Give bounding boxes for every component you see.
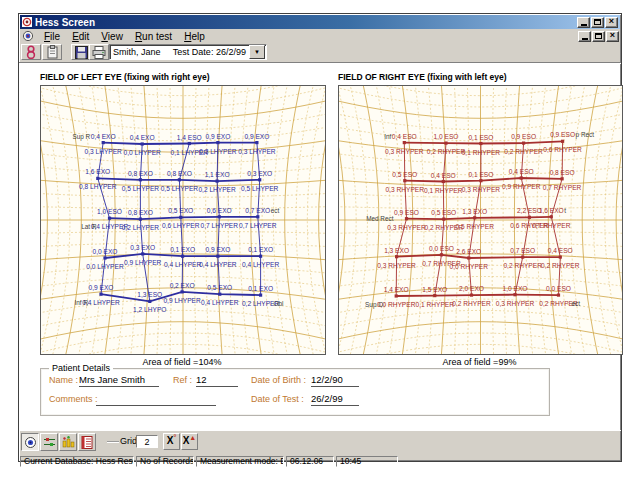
svg-text:0,5 EXO: 0,5 EXO (207, 284, 232, 291)
close-button[interactable]: × (605, 17, 618, 28)
svg-text:0,3 RHYPER: 0,3 RHYPER (385, 148, 424, 155)
svg-text:0,2 LHYPER: 0,2 LHYPER (198, 186, 236, 193)
menu-run-test[interactable]: Run test (129, 31, 178, 42)
svg-text:0,3 LHYPER: 0,3 LHYPER (85, 148, 123, 155)
svg-text:0,7 ESO: 0,7 ESO (510, 247, 535, 254)
svg-text:0,2 RHYPER: 0,2 RHYPER (452, 300, 491, 307)
x-delta-button[interactable]: X▲ (181, 433, 198, 450)
svg-text:0,4 ESO: 0,4 ESO (509, 168, 534, 175)
plotted-field-lines (396, 141, 562, 296)
svg-text:1,3 EXO: 1,3 EXO (384, 247, 409, 254)
patient-details-label: Patient Details (49, 363, 113, 373)
test-select-combo[interactable]: Smith, Jane Test Date: 26/2/99 (00001) ▼ (109, 44, 267, 60)
svg-text:0,3 LHYPER: 0,3 LHYPER (199, 148, 237, 155)
chart-view-button[interactable] (59, 433, 77, 451)
svg-text:0,1 EXO: 0,1 EXO (248, 246, 273, 253)
svg-text:0,4 EXO: 0,4 EXO (130, 134, 155, 141)
svg-text:Sup O: Sup O (365, 301, 383, 309)
svg-text:ect: ect (572, 300, 581, 307)
close-icon: × (609, 17, 614, 26)
svg-text:0,0 ESO: 0,0 ESO (429, 245, 454, 252)
dob-field[interactable]: 12/2/90 (311, 374, 359, 387)
svg-text:0,4 LHYPER: 0,4 LHYPER (199, 261, 237, 268)
grid-frame-line (107, 441, 119, 442)
test-date-field[interactable]: 26/2/99 (311, 393, 359, 406)
main-toolbar: Smith, Jane Test Date: 26/2/99 (00001) ▼ (19, 43, 621, 63)
print-button[interactable] (89, 44, 109, 60)
menu-help[interactable]: Help (178, 31, 211, 42)
hess-grid (41, 86, 325, 354)
name-field[interactable]: Mrs Jane Smith (79, 374, 159, 387)
svg-text:0,4 LHYPER: 0,4 LHYPER (201, 299, 239, 306)
svg-text:0,2 RHYPER: 0,2 RHYPER (541, 262, 580, 269)
status-measurement-mode: Measurement mode: Degrees (196, 456, 284, 467)
dob-label: Date of Birth : (251, 375, 306, 385)
combo-dropdown-button[interactable]: ▼ (249, 45, 265, 59)
child-restore-button[interactable] (592, 31, 605, 42)
svg-text:0,4 LHYPER: 0,4 LHYPER (242, 261, 280, 268)
svg-text:0,1 RHYPER: 0,1 RHYPER (462, 149, 501, 156)
svg-text:0,3 RHYPER: 0,3 RHYPER (462, 186, 501, 193)
comments-field[interactable] (96, 393, 216, 406)
svg-text:0,3 LHYPER: 0,3 LHYPER (238, 148, 276, 155)
grid-size-field[interactable]: 2 (136, 435, 158, 448)
svg-text:0,2 RHYPER: 0,2 RHYPER (503, 262, 542, 269)
minimize-button[interactable] (577, 17, 590, 28)
x-degrees-button[interactable]: X° (163, 433, 180, 450)
restore-icon (595, 33, 602, 39)
child-close-button[interactable]: × (606, 31, 619, 42)
status-record-count: No of Records : 3 (136, 456, 194, 467)
svg-text:0,8 EXO: 0,8 EXO (167, 170, 192, 177)
child-minimize-button[interactable] (578, 31, 591, 42)
svg-text:1,4 EXO: 1,4 EXO (384, 286, 409, 293)
svg-text:0,7 EXO: 0,7 EXO (245, 207, 270, 214)
comments-label: Comments : (49, 394, 98, 404)
notebook-icon (81, 436, 93, 449)
patient-details-group: Patient Details Name : Mrs Jane Smith Re… (40, 368, 550, 416)
hess-view-button[interactable] (21, 433, 39, 451)
svg-text:0,5 LHYPER: 0,5 LHYPER (122, 185, 160, 192)
svg-text:0,9 EXO: 0,9 EXO (205, 133, 230, 140)
svg-text:1,2 LHYPO: 1,2 LHYPO (133, 306, 166, 313)
svg-text:1,0 EXO: 1,0 EXO (503, 285, 528, 292)
svg-text:0,2 LHYPER: 0,2 LHYPER (122, 224, 160, 231)
deviation-view-button[interactable] (40, 433, 58, 451)
svg-text:0,5 RHYPER: 0,5 RHYPER (455, 223, 494, 230)
svg-text:1,0 ESO: 1,0 ESO (434, 133, 459, 140)
window-title: Hess Screen (35, 17, 576, 28)
svg-text:0,0 RHYPER: 0,0 RHYPER (450, 263, 489, 270)
point-labels: 0,4 EXO0,3 LHYPER0,4 EXO0,0 LHYPER1,4 ES… (79, 133, 279, 314)
ref-field[interactable]: 12 (196, 374, 238, 387)
menu-view[interactable]: View (95, 31, 129, 42)
svg-text:0,5 ESO: 0,5 ESO (392, 171, 417, 178)
svg-text:0,1 ESO: 0,1 ESO (468, 134, 493, 141)
svg-text:0,9 LHYPER: 0,9 LHYPER (124, 259, 162, 266)
x-degrees-label: X (167, 434, 174, 448)
menu-edit[interactable]: Edit (66, 31, 95, 42)
child-window-eye-icon[interactable] (22, 30, 34, 42)
svg-text:1,6 EXO: 1,6 EXO (85, 168, 110, 175)
svg-text:0,2 RHYPER: 0,2 RHYPER (504, 148, 543, 155)
save-button[interactable] (71, 44, 91, 60)
patient-button[interactable] (21, 44, 41, 60)
svg-text:0,0 ESO: 0,0 ESO (546, 285, 571, 292)
svg-text:0,2 EXO: 0,2 EXO (170, 282, 195, 289)
report-view-button[interactable] (78, 433, 96, 451)
svg-text:0,6 LHYPER: 0,6 LHYPER (162, 222, 200, 229)
svg-text:1,3 EXO: 1,3 EXO (462, 208, 487, 215)
svg-text:0,5 EXO: 0,5 EXO (168, 207, 193, 214)
svg-text:0,1 EXO: 0,1 EXO (170, 246, 195, 253)
svg-text:0,4 ESO: 0,4 ESO (548, 247, 573, 254)
svg-text:0,1 RHYPER: 0,1 RHYPER (424, 187, 463, 194)
menu-file[interactable]: File (38, 31, 66, 42)
right-eye-chart: 0,4 ESO0,3 RHYPER1,0 ESO0,2 RHYPER0,1 ES… (338, 85, 623, 355)
save-icon (75, 46, 88, 59)
test-combo-value: Smith, Jane Test Date: 26/2/99 (00001) (113, 47, 249, 57)
restore-button[interactable] (591, 17, 604, 28)
svg-text:0,8 LHYPER: 0,8 LHYPER (79, 183, 117, 190)
svg-text:0,7 LHYPER: 0,7 LHYPER (239, 222, 277, 229)
records-button[interactable] (42, 44, 62, 60)
svg-text:1,1 EXO: 1,1 EXO (205, 171, 230, 178)
status-database: Current Database: Hess Results.hdb (20, 456, 134, 467)
svg-text:0,0 LHYPER: 0,0 LHYPER (86, 263, 124, 270)
